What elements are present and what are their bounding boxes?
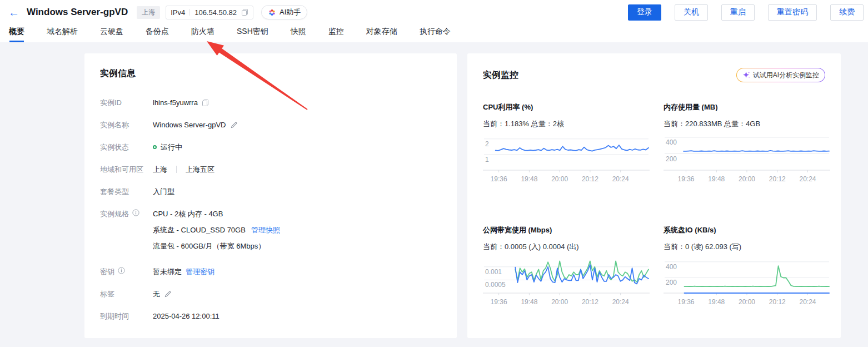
row-instance-name: 实例名称 Windows Server-gpVD [100,118,441,131]
ai-sparkle-icon [742,71,750,79]
tab-cloud-disk[interactable]: 云硬盘 [100,24,123,42]
edit-tag-icon[interactable] [164,290,172,298]
tab-snapshot[interactable]: 快照 [291,24,306,42]
svg-text:20:24: 20:24 [800,298,816,306]
tab-overview[interactable]: 概要 [9,24,24,42]
restart-button[interactable]: 重启 [721,4,755,21]
ai-analyze-monitor-button[interactable]: 试试用AI分析实例监控 [736,68,825,82]
cpu-usage-chart: CPU利用率 (%) 当前：1.183% 总量：2核 1219:3619:482… [483,102,650,190]
tab-ssh-key[interactable]: SSH密钥 [237,24,268,42]
ai-analyze-label: 试试用AI分析实例监控 [753,71,819,80]
row-instance-status: 实例状态 运行中 [100,141,441,153]
row-tag: 标签 无 [100,287,441,300]
svg-text:2: 2 [485,140,489,148]
top-bar: ← Windows Server-gpVD 上海 IPv4 106.54.50.… [0,0,868,24]
row-plan-type: 套餐类型 入门型 [100,185,441,198]
svg-text:20:12: 20:12 [769,298,786,306]
status-running-icon [153,145,157,149]
svg-text:400: 400 [666,263,677,271]
svg-text:20:00: 20:00 [551,298,568,306]
edit-name-icon[interactable] [230,121,238,129]
status-value: 运行中 [161,141,182,153]
svg-text:19:36: 19:36 [491,175,507,183]
ai-assistant-label: AI助手 [280,7,301,17]
svg-text:19:36: 19:36 [677,298,694,306]
zone-value: 上海五区 [186,163,214,176]
charts-grid: CPU利用率 (%) 当前：1.183% 总量：2核 1219:3619:482… [483,102,825,313]
expire-time-value: 2025-04-26 12:00:11 [153,310,220,323]
svg-text:1: 1 [485,156,489,163]
manage-snapshot-link[interactable]: 管理快照 [251,224,280,236]
copy-ip-icon[interactable] [241,8,248,16]
svg-text:20:24: 20:24 [612,298,629,306]
tab-bar: 概要 域名解析 云硬盘 备份点 防火墙 SSH密钥 快照 监控 对象存储 执行命… [0,24,868,42]
svg-text:19:48: 19:48 [708,298,725,306]
row-expire-time: 到期时间 2025-04-26 12:00:11 [100,310,441,323]
login-button[interactable]: 登录 [628,4,661,21]
disk-io-plot: 20040019:3619:4820:0020:1220:24 [664,255,830,313]
svg-text:20:00: 20:00 [551,175,568,183]
back-icon[interactable]: ← [7,5,21,19]
spec-system-disk: 系统盘 - CLOUD_SSD 70GB [153,224,246,236]
svg-text:20:24: 20:24 [800,175,816,183]
key-info-icon[interactable] [118,265,125,278]
svg-text:20:00: 20:00 [739,298,755,306]
memory-usage-plot: 20040019:3619:4820:0020:1220:24 [664,132,830,190]
renew-button[interactable]: 续费 [830,4,864,21]
instance-monitor-card: 实例监控 试试用AI分析实例监控 CPU利用率 (%) 当前：1.183% 总量… [467,53,841,338]
spec-cpu-memory: CPU - 2核 内存 - 4GB [153,207,280,220]
content-area: 实例信息 实例ID lhins-f5yuwrra 实例名称 Windows Se… [0,42,868,338]
tab-firewall[interactable]: 防火墙 [191,24,214,42]
key-status-value: 暂未绑定 [153,265,182,278]
svg-text:0.001: 0.001 [485,268,502,276]
memory-usage-chart: 内存使用量 (MB) 当前：220.833MB 总量：4GB 20040019:… [664,102,830,190]
instance-monitor-title: 实例监控 [483,70,518,81]
cpu-usage-plot: 1219:3619:4820:0020:1220:24 [483,132,650,190]
svg-text:19:48: 19:48 [521,175,537,183]
svg-text:19:48: 19:48 [708,175,725,183]
ip-divider [189,9,190,16]
page-title: Windows Server-gpVD [27,7,128,18]
svg-text:400: 400 [666,138,677,146]
disk-io-chart: 系统盘IO (KB/s) 当前：0 (读) 62.093 (写) 2004001… [664,225,830,313]
zone-divider [176,166,177,173]
tab-run-command[interactable]: 执行命令 [420,24,451,42]
row-instance-id: 实例ID lhins-f5yuwrra [100,96,441,109]
plan-value: 入门型 [153,185,174,198]
svg-text:20:12: 20:12 [769,175,786,183]
bandwidth-usage-plot: 0.00050.00119:3619:4820:0020:1220:24 [483,255,650,313]
tag-value: 无 [153,287,160,300]
region-value: 上海 [153,163,167,176]
ai-sparkle-flower-icon [268,8,276,17]
spec-traffic-pack: 流量包 - 600GB/月（带宽 6Mbps） [153,240,280,252]
ip-protocol-label: IPv4 [171,8,185,17]
reset-password-button[interactable]: 重置密码 [768,4,817,21]
copy-instance-id-icon[interactable] [202,99,209,107]
svg-text:19:48: 19:48 [521,298,537,306]
spec-info-icon[interactable] [132,207,139,220]
svg-text:20:00: 20:00 [739,175,755,183]
svg-text:19:36: 19:36 [491,298,507,306]
svg-text:20:24: 20:24 [612,175,629,183]
bandwidth-usage-chart: 公网带宽使用 (Mbps) 当前：0.0005 (入) 0.0004 (出) 0… [483,225,650,313]
manage-key-link[interactable]: 管理密钥 [186,265,214,278]
row-ssh-key: 密钥 暂未绑定 管理密钥 [100,265,441,278]
svg-text:19:36: 19:36 [677,175,694,183]
shutdown-button[interactable]: 关机 [675,4,708,21]
tab-dns[interactable]: 域名解析 [47,24,78,42]
instance-id-value: lhins-f5yuwrra [153,96,198,109]
instance-info-title: 实例信息 [100,68,441,80]
svg-text:20:12: 20:12 [582,298,598,306]
svg-text:200: 200 [666,279,677,286]
row-instance-spec: 实例规格 CPU - 2核 内存 - 4GB 系统盘 - CLOUD_SSD 7… [100,207,441,256]
ai-assistant-button[interactable]: AI助手 [261,5,307,19]
instance-name-value: Windows Server-gpVD [153,118,226,131]
svg-text:200: 200 [666,155,677,163]
svg-text:0.0005: 0.0005 [485,281,506,289]
row-region-zone: 地域和可用区 上海 上海五区 [100,163,441,176]
tab-monitor[interactable]: 监控 [328,24,344,42]
tab-backup-point[interactable]: 备份点 [146,24,169,42]
svg-text:20:12: 20:12 [582,175,598,183]
instance-info-card: 实例信息 实例ID lhins-f5yuwrra 实例名称 Windows Se… [84,53,457,338]
tab-object-storage[interactable]: 对象存储 [366,24,397,42]
